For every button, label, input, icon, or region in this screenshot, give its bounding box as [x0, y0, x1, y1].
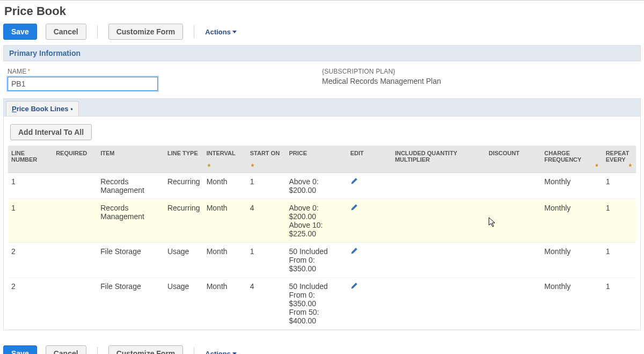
col-interval-label: INTERVAL — [207, 150, 236, 156]
col-start-on[interactable]: START ON* — [247, 146, 286, 173]
required-star-icon: * — [208, 162, 210, 171]
name-label: NAME* — [8, 68, 322, 75]
toolbar-separator — [194, 347, 194, 354]
tab-bar: Price Book Lines• — [3, 98, 641, 117]
cell-edit — [347, 173, 392, 199]
tab-price-book-lines[interactable]: Price Book Lines• — [6, 101, 79, 116]
cell-required — [53, 243, 97, 278]
cell-repeat-every: 1 — [603, 278, 636, 330]
page-title: Price Book — [4, 4, 641, 18]
cell-line-type: Recurring — [164, 199, 203, 243]
cell-required — [53, 199, 97, 243]
cell-interval: Month — [203, 173, 247, 199]
tab-underline-char: P — [12, 105, 17, 113]
primary-information-header: Primary Information — [3, 45, 641, 61]
cell-item: Records Management — [97, 173, 164, 199]
col-charge-frequency-label: CHARGE FREQUENCY — [544, 150, 581, 163]
toolbar-separator — [97, 25, 98, 38]
cell-included-qty-multiplier — [392, 278, 486, 330]
col-edit[interactable]: EDIT — [347, 146, 392, 173]
customize-form-button[interactable]: Customize Form — [108, 345, 184, 354]
col-item[interactable]: ITEM — [97, 146, 164, 173]
name-label-text: NAME — [8, 68, 26, 75]
col-price[interactable]: PRICE — [286, 146, 347, 173]
toolbar-separator — [97, 347, 98, 354]
cell-charge-frequency: Monthly — [541, 173, 602, 199]
tab-caret-icon: • — [70, 105, 72, 113]
cell-charge-frequency: Monthly — [541, 278, 602, 330]
col-required[interactable]: REQUIRED — [53, 146, 97, 173]
cell-start-on: 1 — [247, 173, 286, 199]
cell-included-qty-multiplier — [392, 199, 486, 243]
cell-discount — [485, 243, 541, 278]
pencil-icon[interactable] — [350, 248, 358, 256]
cell-line-number: 2 — [8, 278, 53, 330]
pencil-icon[interactable] — [350, 204, 358, 213]
required-star-icon: * — [629, 162, 632, 171]
chevron-down-icon — [232, 352, 237, 355]
cell-interval: Month — [203, 199, 247, 243]
col-included-qty-multiplier[interactable]: INCLUDED QUANTITY MULTIPLIER — [392, 146, 486, 173]
required-star-icon: * — [27, 68, 30, 75]
subscription-plan-label: {SUBSCRIPTION PLAN} — [322, 68, 636, 75]
cell-required — [53, 173, 97, 199]
cell-edit — [347, 243, 392, 278]
actions-label: Actions — [205, 28, 231, 36]
cell-price: Above 0: $200.00Above 10: $225.00 — [286, 199, 347, 243]
table-row[interactable]: 2File StorageUsageMonth450 IncludedFrom … — [8, 278, 636, 330]
tab-label-rest: rice Book Lines — [17, 105, 69, 113]
cell-discount — [485, 278, 541, 330]
cell-item: File Storage — [97, 243, 164, 278]
cell-start-on: 1 — [247, 243, 286, 278]
cell-charge-frequency: Monthly — [541, 199, 602, 243]
cell-required — [53, 278, 97, 330]
cell-line-number: 1 — [8, 199, 53, 243]
pencil-icon[interactable] — [350, 178, 358, 186]
cell-interval: Month — [203, 278, 247, 330]
cell-price: 50 IncludedFrom 0: $350.00 — [286, 243, 347, 278]
table-row[interactable]: 2File StorageUsageMonth150 IncludedFrom … — [8, 243, 636, 278]
customize-form-button[interactable]: Customize Form — [108, 24, 184, 40]
cell-included-qty-multiplier — [392, 173, 486, 199]
cell-start-on: 4 — [247, 278, 286, 330]
col-charge-frequency[interactable]: CHARGE FREQUENCY* — [541, 146, 602, 173]
cell-repeat-every: 1 — [603, 199, 636, 243]
cell-discount — [485, 173, 541, 199]
name-input[interactable] — [8, 77, 158, 91]
col-line-type[interactable]: LINE TYPE — [164, 146, 203, 173]
cell-line-type: Usage — [164, 278, 203, 330]
price-book-lines-panel: Add Interval To All LINE NUMBER REQUIRED… — [3, 117, 641, 330]
cell-discount — [485, 199, 541, 243]
actions-menu[interactable]: Actions — [205, 28, 237, 36]
cancel-button[interactable]: Cancel — [46, 24, 86, 40]
cell-edit — [347, 278, 392, 330]
actions-menu[interactable]: Actions — [205, 350, 237, 355]
cell-repeat-every: 1 — [603, 243, 636, 278]
primary-information-body: NAME* {SUBSCRIPTION PLAN} Medical Record… — [3, 66, 641, 98]
col-interval[interactable]: INTERVAL* — [203, 146, 247, 173]
save-button[interactable]: Save — [3, 24, 37, 40]
required-star-icon: * — [251, 162, 254, 171]
cell-included-qty-multiplier — [392, 243, 486, 278]
cell-item: Records Management — [97, 199, 164, 243]
save-button[interactable]: Save — [3, 345, 37, 354]
actions-label: Actions — [205, 350, 231, 355]
col-repeat-every-label: REPEAT EVERY — [606, 150, 630, 163]
cell-price: Above 0: $200.00 — [286, 173, 347, 199]
cell-edit — [347, 199, 392, 243]
cancel-button[interactable]: Cancel — [46, 345, 86, 354]
col-discount[interactable]: DISCOUNT — [485, 146, 541, 173]
table-row[interactable]: 1Records ManagementRecurringMonth4Above … — [8, 199, 636, 243]
cell-line-number: 1 — [8, 173, 53, 199]
cell-start-on: 4 — [247, 199, 286, 243]
add-interval-to-all-button[interactable]: Add Interval To All — [10, 124, 92, 140]
pencil-icon[interactable] — [350, 283, 358, 291]
cell-item: File Storage — [97, 278, 164, 330]
col-repeat-every[interactable]: REPEAT EVERY* — [603, 146, 636, 173]
table-row[interactable]: 1Records ManagementRecurringMonth1Above … — [8, 173, 636, 199]
bottom-toolbar: Save Cancel Customize Form Actions — [3, 345, 641, 354]
cell-line-type: Recurring — [164, 173, 203, 199]
top-toolbar: Save Cancel Customize Form Actions — [3, 24, 641, 40]
cell-charge-frequency: Monthly — [541, 243, 602, 278]
col-line-number[interactable]: LINE NUMBER — [8, 146, 53, 173]
